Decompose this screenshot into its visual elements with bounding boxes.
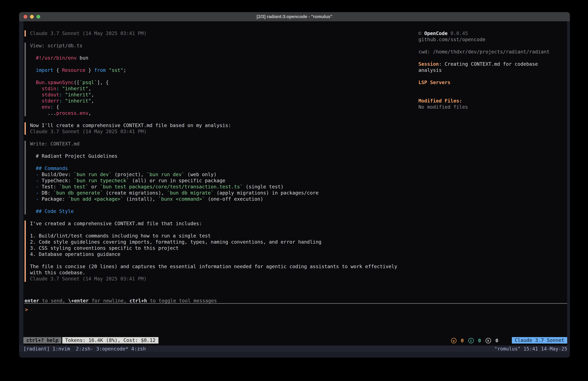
terminal-line: Now I'll create a comprehensive CONTEXT.…	[30, 122, 402, 129]
info-count: i 0	[468, 337, 481, 344]
diagnostics-counters: w 0i 0h 0	[451, 337, 503, 344]
terminal-line: - Test: `bun test` or `bun test packages…	[30, 184, 402, 190]
terminal-line: © OpenCode 0.0.45	[419, 30, 566, 37]
terminal-line	[419, 92, 566, 98]
session-sidebar: © OpenCode 0.0.45github.com/sst/opencode…	[419, 30, 566, 110]
chat-message-block: Now I'll create a comprehensive CONTEXT.…	[24, 122, 402, 135]
terminal-line	[419, 43, 566, 49]
terminal-line	[419, 55, 566, 61]
terminal-line: Modified Files:	[419, 98, 566, 104]
tmux-window-list[interactable]: [radiant] 1:nvim 2:zsh- 3:opencode* 4:zs…	[23, 346, 146, 352]
terminal-line: 3. CSS styling conventions specific to t…	[30, 245, 402, 251]
prompt-input[interactable]: >	[25, 307, 28, 313]
terminal-line	[30, 227, 402, 233]
terminal-line: 2. Code style guidelines covering import…	[30, 239, 402, 245]
chat-message-block: I've created a comprehensive CONTEXT.md …	[24, 221, 402, 282]
terminal-line: - Package: `bun add <package>` (install)…	[30, 196, 402, 202]
terminal-line	[419, 86, 566, 92]
terminal-line: View: script/db.ts	[30, 43, 402, 49]
terminal-line: import { Resource } from "sst";	[30, 67, 402, 73]
chat-message-block: View: script/db.ts #!/usr/bin/env bun im…	[24, 43, 402, 116]
tmux-status-bar: [radiant] 1:nvim 2:zsh- 3:opencode* 4:zs…	[19, 345, 570, 352]
terminal-line: ## Commands	[30, 165, 402, 171]
chat-message-block: Claude 3.7 Sonnet (14 May 2025 03:41 PM)	[24, 30, 402, 37]
terminal-line: I've created a comprehensive CONTEXT.md …	[30, 221, 402, 227]
terminal-line: with this codebase.	[30, 269, 402, 276]
screen: [2/3] radiant:3:opencode - "romulus" Cla…	[0, 0, 588, 381]
terminal-line: - TypeCheck: `bun run typecheck` (all) o…	[30, 178, 402, 184]
terminal-line: Claude 3.7 Sonnet (14 May 2025 03:41 PM)	[30, 276, 402, 282]
prompt-caret: >	[25, 307, 28, 312]
terminal-line	[30, 147, 402, 153]
terminal-line	[30, 73, 402, 79]
chat-transcript: Claude 3.7 Sonnet (14 May 2025 03:41 PM)…	[24, 30, 402, 288]
terminal-line	[30, 202, 402, 208]
terminal-line	[30, 61, 402, 67]
window-title: [2/3] radiant:3:opencode - "romulus"	[19, 12, 570, 21]
hint-icon: h	[485, 338, 491, 343]
model-badge[interactable]: Claude 3.7 Sonnet	[512, 337, 567, 344]
chat-message-block: Write: CONTEXT.md # Radiant Project Guid…	[24, 141, 402, 214]
terminal-line: stdout: "inherit",	[30, 92, 402, 98]
help-badge[interactable]: ctrl+? help	[23, 337, 61, 344]
titlebar[interactable]: [2/3] radiant:3:opencode - "romulus"	[19, 12, 570, 21]
terminal-line: stderr: "inherit",	[30, 98, 402, 104]
terminal-line: Claude 3.7 Sonnet (14 May 2025 03:41 PM)	[30, 129, 402, 135]
terminal-line	[30, 159, 402, 165]
terminal-line: - DB: `bun db generate` (create migratio…	[30, 190, 402, 196]
terminal-line	[30, 49, 402, 55]
tokens-cost-badge: Tokens: 16.4K (8%), Cost: $0.12	[62, 337, 158, 344]
terminal-line: cwd: /home/thdxr/dev/projects/radiant/ra…	[419, 49, 566, 55]
terminal-line	[419, 73, 566, 79]
terminal-window: [2/3] radiant:3:opencode - "romulus" Cla…	[19, 12, 570, 358]
terminal-line: #!/usr/bin/env bun	[30, 55, 402, 61]
terminal-line: # Radiant Project Guidelines	[30, 153, 402, 159]
hint-count: h 0	[485, 337, 498, 344]
terminal-line: - Build/Dev: `bun run dev` (project), `b…	[30, 171, 402, 178]
terminal-line: Bun.spawnSync([`psql`], {	[30, 79, 402, 86]
terminal-line: stdin: "inherit",	[30, 86, 402, 92]
terminal-line: 4. Database operations guidance	[30, 251, 402, 257]
terminal-line: LSP Servers	[419, 79, 566, 86]
terminal-line: No modified files	[419, 104, 566, 110]
info-icon: i	[468, 338, 474, 343]
terminal-line: github.com/sst/opencode	[419, 37, 566, 43]
status-bar: ctrl+? help Tokens: 16.4K (8%), Cost: $0…	[23, 337, 567, 344]
terminal-line: The file is concise (20 lines) and captu…	[30, 264, 402, 269]
warning-icon: w	[451, 338, 457, 343]
status-bar-left: ctrl+? help Tokens: 16.4K (8%), Cost: $0…	[23, 337, 158, 344]
terminal-line: ...process.env,	[30, 110, 402, 116]
warning-count: w 0	[451, 337, 464, 344]
terminal-line: Write: CONTEXT.md	[30, 141, 402, 147]
terminal-line: Claude 3.7 Sonnet (14 May 2025 03:41 PM)	[30, 30, 402, 37]
status-bar-right: w 0i 0h 0 Claude 3.7 Sonnet	[451, 337, 567, 344]
terminal-line: ## Code Style	[30, 208, 402, 214]
composer-help: enter to send, \+enter for newline, ctrl…	[24, 298, 217, 304]
terminal-line: analysis	[419, 67, 566, 73]
tmux-session-info: "romulus" 15:41 14-May-25	[494, 346, 567, 352]
composer-divider	[24, 303, 567, 304]
terminal-line: Session: Creating CONTEXT.md for codebas…	[419, 61, 566, 67]
terminal-line: env: {	[30, 104, 402, 110]
terminal-line	[30, 257, 402, 264]
terminal-line: 1. Build/lint/test commands including ho…	[30, 233, 402, 239]
terminal-content: Claude 3.7 Sonnet (14 May 2025 03:41 PM)…	[23, 21, 567, 345]
